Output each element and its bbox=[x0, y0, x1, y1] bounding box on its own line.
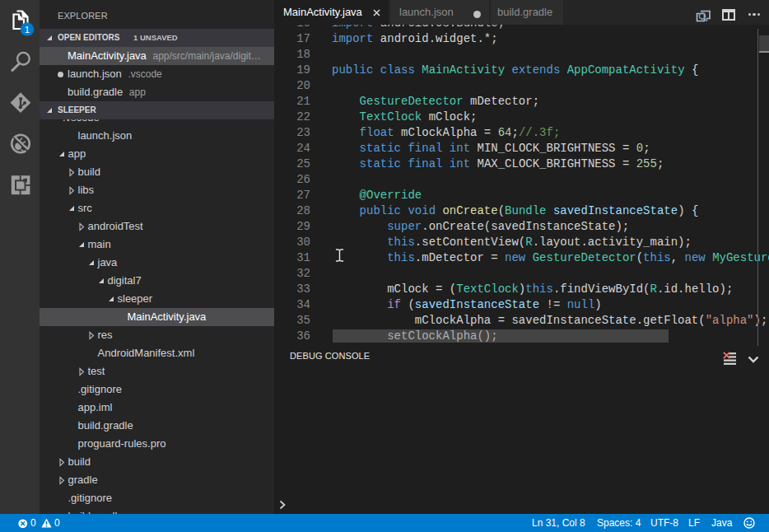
svg-text:1: 1 bbox=[25, 25, 30, 35]
